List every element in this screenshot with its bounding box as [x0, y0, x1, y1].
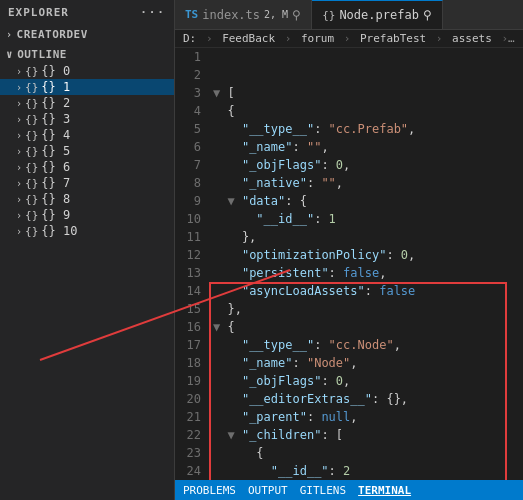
- line-num-9: 9: [181, 192, 201, 210]
- code-line-21: {: [213, 444, 523, 462]
- code-content: 1234567891011121314151617181920212223242…: [175, 48, 523, 480]
- line-num-20: 20: [181, 390, 201, 408]
- line-num-3: 3: [181, 84, 201, 102]
- line-num-6: 6: [181, 138, 201, 156]
- creatordev-arrow: ›: [6, 29, 13, 40]
- tabs-bar: TS index.ts 2, M ⚲ {} Node.prefab ⚲: [175, 0, 523, 30]
- item-arrow-9: ›: [16, 210, 22, 221]
- line-numbers: 1234567891011121314151617181920212223242…: [175, 48, 207, 480]
- line-num-5: 5: [181, 120, 201, 138]
- sidebar: EXPLORER ··· › CREATORDEV ∨ OUTLINE ›{} …: [0, 0, 175, 500]
- sidebar-title: EXPLORER: [8, 6, 69, 19]
- code-line-6: "_native": "",: [213, 174, 523, 192]
- tab-node-prefab[interactable]: {} Node.prefab ⚲: [312, 0, 443, 29]
- line-num-15: 15: [181, 300, 201, 318]
- creatordev-label: CREATORDEV: [17, 28, 88, 41]
- breadcrumb-path: D: › FeedBack › forum › PrefabTest › ass…: [183, 32, 523, 45]
- code-line-16: "_name": "Node",: [213, 354, 523, 372]
- sidebar-header: EXPLORER ···: [0, 0, 174, 25]
- outline-arrow: ∨: [6, 48, 13, 61]
- status-terminal[interactable]: TERMINAL: [358, 484, 411, 497]
- item-arrow-7: ›: [16, 178, 22, 189]
- outline-header[interactable]: ∨ OUTLINE: [0, 46, 174, 63]
- line-num-1: 1: [181, 48, 201, 66]
- ts-icon: TS: [185, 8, 198, 21]
- line-num-21: 21: [181, 408, 201, 426]
- line-num-11: 11: [181, 228, 201, 246]
- code-line-1: ▼ [: [213, 84, 523, 102]
- code-line-4: "_name": "",: [213, 138, 523, 156]
- outline-item-1[interactable]: ›{} {} 1: [0, 79, 174, 95]
- code-line-15: "__type__": "cc.Node",: [213, 336, 523, 354]
- code-line-11: "persistent": false,: [213, 264, 523, 282]
- item-arrow-10: ›: [16, 226, 22, 237]
- item-arrow-6: ›: [16, 162, 22, 173]
- tab-index-ts[interactable]: TS index.ts 2, M ⚲: [175, 0, 312, 29]
- pin-icon-prefab: ⚲: [423, 8, 432, 22]
- tab-label-index: index.ts: [202, 8, 260, 22]
- line-num-2: 2: [181, 66, 201, 84]
- code-line-9: },: [213, 228, 523, 246]
- code-line-5: "_objFlags": 0,: [213, 156, 523, 174]
- outline-item-4[interactable]: ›{} {} 4: [0, 127, 174, 143]
- status-bar: PROBLEMS OUTPUT GITLENS TERMINAL: [175, 480, 523, 500]
- outline-item-9[interactable]: ›{} {} 9: [0, 207, 174, 223]
- line-num-14: 14: [181, 282, 201, 300]
- sidebar-ellipsis[interactable]: ···: [140, 6, 166, 19]
- code-line-2: {: [213, 102, 523, 120]
- code-area[interactable]: 1234567891011121314151617181920212223242…: [175, 48, 523, 480]
- breadcrumb: D: › FeedBack › forum › PrefabTest › ass…: [175, 30, 523, 48]
- code-line-22: "__id__": 2: [213, 462, 523, 480]
- line-num-19: 19: [181, 372, 201, 390]
- code-line-10: "optimizationPolicy": 0,: [213, 246, 523, 264]
- line-num-12: 12: [181, 246, 201, 264]
- creatordev-section[interactable]: › CREATORDEV: [0, 25, 174, 44]
- line-num-13: 13: [181, 264, 201, 282]
- status-problems[interactable]: PROBLEMS: [183, 484, 236, 497]
- item-arrow-8: ›: [16, 194, 22, 205]
- braces-icon: {}: [322, 9, 335, 22]
- item-arrow-0: ›: [16, 66, 22, 77]
- line-num-8: 8: [181, 174, 201, 192]
- code-line-18: "__editorExtras__": {},: [213, 390, 523, 408]
- code-line-13: },: [213, 300, 523, 318]
- line-num-7: 7: [181, 156, 201, 174]
- outline-item-3[interactable]: ›{} {} 3: [0, 111, 174, 127]
- tab-modified-badge: 2, M: [264, 9, 288, 20]
- item-arrow-2: ›: [16, 98, 22, 109]
- outline-items: ›{} {} 0›{} {} 1›{} {} 2›{} {} 3›{} {} 4…: [0, 63, 174, 239]
- pin-icon-ts: ⚲: [292, 8, 301, 22]
- outline-section: ∨ OUTLINE ›{} {} 0›{} {} 1›{} {} 2›{} {}…: [0, 44, 174, 239]
- status-output[interactable]: OUTPUT: [248, 484, 288, 497]
- code-line-7: ▼ "data": {: [213, 192, 523, 210]
- code-line-14: ▼ {: [213, 318, 523, 336]
- status-gitlenses[interactable]: GITLENS: [300, 484, 346, 497]
- item-arrow-4: ›: [16, 130, 22, 141]
- code-line-3: "__type__": "cc.Prefab",: [213, 120, 523, 138]
- code-line-8: "__id__": 1: [213, 210, 523, 228]
- outline-item-8[interactable]: ›{} {} 8: [0, 191, 174, 207]
- line-num-4: 4: [181, 102, 201, 120]
- line-num-17: 17: [181, 336, 201, 354]
- outline-label: OUTLINE: [17, 48, 67, 61]
- outline-item-5[interactable]: ›{} {} 5: [0, 143, 174, 159]
- line-num-18: 18: [181, 354, 201, 372]
- item-arrow-3: ›: [16, 114, 22, 125]
- code-line-12: "asyncLoadAssets": false: [213, 282, 523, 300]
- outline-item-2[interactable]: ›{} {} 2: [0, 95, 174, 111]
- code-line-19: "_parent": null,: [213, 408, 523, 426]
- tab-label-prefab: Node.prefab: [339, 8, 418, 22]
- line-num-24: 24: [181, 462, 201, 480]
- code-lines: ▼ [ { "__type__": "cc.Prefab", "_name": …: [207, 48, 523, 480]
- outline-item-0[interactable]: ›{} {} 0: [0, 63, 174, 79]
- line-num-10: 10: [181, 210, 201, 228]
- outline-item-6[interactable]: ›{} {} 6: [0, 159, 174, 175]
- line-num-22: 22: [181, 426, 201, 444]
- code-line-17: "_objFlags": 0,: [213, 372, 523, 390]
- outline-item-7[interactable]: ›{} {} 7: [0, 175, 174, 191]
- line-num-23: 23: [181, 444, 201, 462]
- item-arrow-1: ›: [16, 82, 22, 93]
- outline-item-10[interactable]: ›{} {} 10: [0, 223, 174, 239]
- code-line-20: ▼ "_children": [: [213, 426, 523, 444]
- editor-area: TS index.ts 2, M ⚲ {} Node.prefab ⚲ D: ›…: [175, 0, 523, 500]
